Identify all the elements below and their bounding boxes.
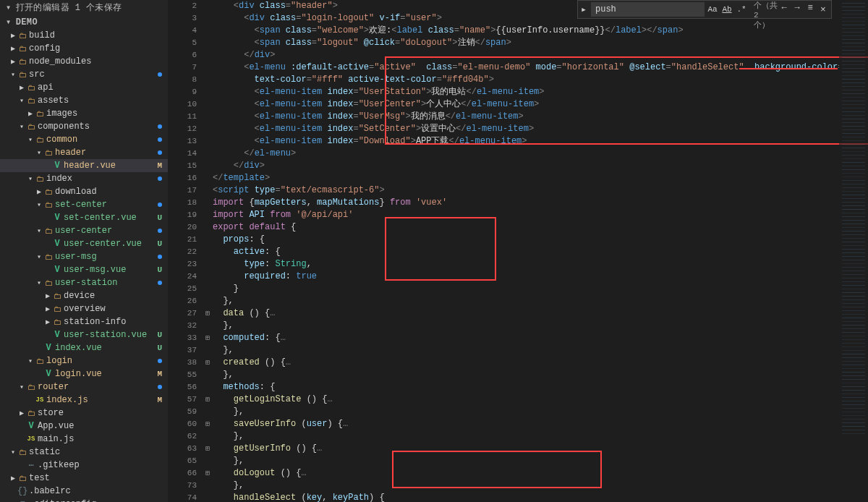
tree-item-user-station[interactable]: ▾🗀user-station (0, 276, 168, 289)
open-editors-header[interactable]: ▾ 打开的编辑器 1 个未保存 (0, 0, 168, 15)
tree-item-build[interactable]: ▶🗀build (0, 29, 168, 42)
code-line[interactable]: required: true (213, 271, 317, 283)
code-line[interactable]: props: { (213, 234, 265, 246)
code-line[interactable]: getLoginState () {… (213, 393, 333, 406)
match-case-icon[interactable]: Aa (706, 3, 719, 16)
tree-item-node_modules[interactable]: ▶🗀node_modules (0, 55, 168, 68)
find-next-icon[interactable]: → (791, 3, 804, 16)
tree-item-components[interactable]: ▾🗀components (0, 120, 168, 133)
code-line[interactable]: <el-menu-item index="UserStation">我的电站</… (213, 86, 545, 98)
tree-item--babelrc[interactable]: {}.babelrc (0, 485, 168, 498)
code-line[interactable]: <script type="text/ecmascript-6"> (213, 184, 385, 197)
chevron-icon[interactable]: ▶ (17, 409, 26, 417)
tree-item-user-center[interactable]: ▾🗀user-center (0, 224, 168, 237)
tree-item-overview[interactable]: ▶🗀overview (0, 302, 168, 315)
tree-item-index-js[interactable]: JSindex.jsM (0, 393, 168, 407)
tree-item-index-vue[interactable]: Vindex.vueU (0, 341, 168, 354)
fold-toggle-icon[interactable]: ⊞ (203, 443, 213, 455)
minimap[interactable] (839, 0, 868, 502)
chevron-icon[interactable]: ▾ (9, 448, 17, 456)
tree-item-user-station-vue[interactable]: Vuser-station.vueU (0, 328, 168, 341)
chevron-icon[interactable]: ▾ (35, 200, 43, 209)
find-toggle-replace-icon[interactable]: ▶ (578, 6, 590, 14)
chevron-icon[interactable]: ▾ (17, 96, 26, 105)
tree-item-index[interactable]: ▾🗀index (0, 172, 168, 185)
chevron-icon[interactable]: ▶ (35, 187, 43, 196)
tree-item-src[interactable]: ▾🗀src (0, 68, 168, 81)
chevron-icon[interactable]: ▶ (9, 44, 17, 53)
code-line[interactable]: }, (213, 295, 234, 307)
chevron-icon[interactable]: ▾ (17, 122, 26, 131)
chevron-icon[interactable]: ▾ (35, 278, 43, 287)
chevron-icon[interactable]: ▶ (26, 109, 35, 118)
tree-item-images[interactable]: ▶🗀images (0, 107, 168, 120)
chevron-icon[interactable]: ▶ (9, 474, 17, 482)
code-line[interactable]: }, (213, 344, 234, 357)
fold-toggle-icon[interactable]: ⊞ (203, 307, 213, 320)
tree-item-router[interactable]: ▾🗀router (0, 380, 168, 393)
code-line[interactable]: </div> (213, 160, 265, 172)
chevron-icon[interactable]: ▶ (43, 318, 52, 326)
code-line[interactable]: import {mapGetters, mapMutations} from '… (213, 197, 447, 209)
find-close-icon[interactable]: × (817, 4, 830, 15)
chevron-icon[interactable]: ▾ (17, 383, 26, 391)
tree-item-user-msg-vue[interactable]: Vuser-msg.vueU (0, 263, 168, 276)
code-line[interactable]: </div> (213, 49, 275, 61)
tree-item-download[interactable]: ▶🗀download (0, 185, 168, 198)
code-line[interactable]: methods: { (213, 381, 275, 393)
code-line[interactable]: <span class="logout" @click="doLogout">注… (213, 37, 511, 49)
code-editor[interactable]: ▶ Aa Ab .* 第 1 个（共 2 个） ← → ≡ × 23456789… (168, 0, 868, 502)
code-line[interactable]: text-color="#fff" active-text-color="#ff… (213, 74, 494, 86)
tree-item-assets[interactable]: ▾🗀assets (0, 94, 168, 107)
chevron-icon[interactable]: ▶ (9, 57, 17, 66)
code-line[interactable]: }, (213, 430, 244, 443)
chevron-icon[interactable]: ▾ (35, 148, 43, 157)
code-line[interactable]: }, (213, 480, 244, 492)
code-line[interactable]: doLogout () {… (213, 467, 307, 480)
find-input[interactable] (591, 2, 705, 17)
editor-content[interactable]: <div class="header"> <div class="login-l… (213, 0, 839, 502)
code-line[interactable]: <span class="welcome">欢迎:<label class="n… (213, 25, 684, 37)
tree-item-main-js[interactable]: JSmain.js (0, 433, 168, 446)
code-line[interactable]: type: String, (213, 258, 312, 271)
chevron-icon[interactable]: ▶ (43, 292, 52, 300)
code-line[interactable]: <el-menu-item index="SetCenter">设置中心</el… (213, 123, 534, 135)
code-line[interactable]: export default { (213, 221, 296, 234)
code-line[interactable]: } (213, 283, 239, 295)
tree-item--editorconfig[interactable]: ≡.editorconfig (0, 498, 168, 502)
fold-toggle-icon[interactable]: ⊞ (203, 418, 213, 430)
fold-toggle-icon[interactable]: ⊞ (203, 393, 213, 406)
code-line[interactable]: }, (213, 455, 244, 467)
find-prev-icon[interactable]: ← (778, 3, 791, 16)
tree-item-config[interactable]: ▶🗀config (0, 42, 168, 55)
fold-toggle-icon[interactable]: ⊞ (203, 332, 213, 344)
tree-item-login[interactable]: ▾🗀login (0, 354, 168, 367)
tree-item-header[interactable]: ▾🗀header (0, 146, 168, 159)
chevron-icon[interactable]: ▾ (35, 252, 43, 261)
chevron-icon[interactable]: ▾ (26, 135, 35, 144)
chevron-icon[interactable]: ▶ (17, 83, 26, 92)
code-line[interactable]: <el-menu-item index="UserMsg">我的消息</el-m… (213, 111, 524, 123)
tree-item-user-msg[interactable]: ▾🗀user-msg (0, 250, 168, 263)
code-line[interactable]: </template> (213, 172, 270, 184)
code-line[interactable]: <el-menu-item index="Download">APP下载</el… (213, 135, 527, 148)
use-regex-icon[interactable]: .* (735, 3, 748, 16)
tree-item-App-vue[interactable]: VApp.vue (0, 420, 168, 433)
chevron-icon[interactable]: ▾ (35, 226, 43, 235)
code-line[interactable]: <div class="header"> (213, 0, 338, 12)
code-line[interactable]: data () {… (213, 307, 275, 320)
code-line[interactable]: }, (213, 406, 244, 418)
code-line[interactable]: active: { (213, 246, 281, 258)
chevron-icon[interactable]: ▾ (26, 357, 35, 365)
chevron-icon[interactable]: ▾ (9, 70, 17, 79)
code-line[interactable]: }, (213, 369, 234, 381)
fold-toggle-icon[interactable]: ⊞ (203, 357, 213, 369)
chevron-icon[interactable]: ▶ (43, 305, 52, 313)
code-line[interactable]: import API from '@/api/api' (213, 209, 353, 221)
chevron-icon[interactable]: ▶ (9, 31, 17, 40)
tree-item-api[interactable]: ▶🗀api (0, 81, 168, 94)
project-header[interactable]: ▾ DEMO (0, 15, 168, 29)
code-line[interactable]: </el-menu> (213, 148, 296, 160)
chevron-icon[interactable]: ▾ (26, 174, 35, 183)
code-line[interactable]: handleSelect (key, keyPath) { (213, 492, 385, 502)
